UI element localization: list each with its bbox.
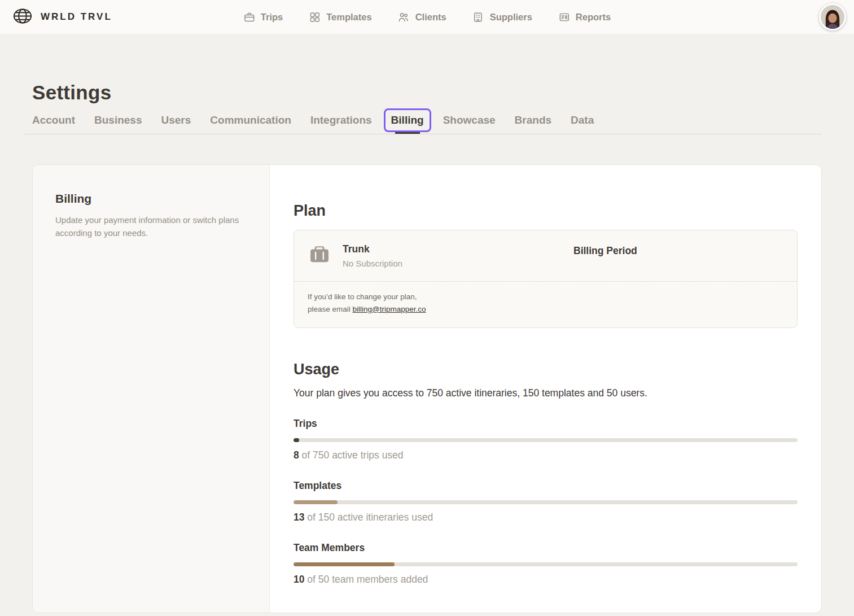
meter-caption-text: of 150 active itineraries used	[307, 512, 433, 523]
building-icon	[472, 11, 484, 23]
nav-label: Trips	[261, 12, 283, 23]
usage-summary: Your plan gives you access to 750 active…	[294, 387, 798, 399]
briefcase-icon	[243, 11, 255, 23]
settings-page: Settings Account Business Users Communic…	[0, 81, 854, 613]
billing-main: Plan Trunk No Subscripti	[270, 165, 821, 613]
nav-item-suppliers[interactable]: Suppliers	[472, 11, 532, 23]
meter-label: Templates	[294, 480, 798, 492]
nav-label: Clients	[415, 12, 446, 23]
meter-caption: 13 of 150 active itineraries used	[294, 512, 798, 523]
trips-progress-fill	[294, 438, 299, 442]
tab-users[interactable]: Users	[154, 108, 198, 132]
change-plan-line2-prefix: please email	[308, 305, 353, 313]
meter-used-count: 13	[294, 512, 304, 523]
templates-progress-fill	[294, 500, 338, 504]
plan-heading: Plan	[294, 202, 798, 220]
tab-integrations[interactable]: Integrations	[303, 108, 379, 132]
user-avatar[interactable]	[819, 3, 846, 30]
grid-icon	[309, 11, 321, 23]
change-plan-note: If you’d like to change your plan, pleas…	[294, 282, 797, 327]
usage-heading: Usage	[294, 361, 798, 378]
aside-title: Billing	[55, 192, 247, 206]
globe-logo-icon	[11, 8, 34, 26]
settings-tab-bar: Account Business Users Communication Int…	[25, 108, 822, 134]
templates-progress-bar	[294, 500, 798, 504]
brand[interactable]: WRLD TRVL	[11, 8, 112, 26]
trips-progress-bar	[294, 438, 798, 442]
team-members-progress-bar	[294, 562, 798, 566]
tab-account[interactable]: Account	[25, 108, 82, 132]
tab-showcase[interactable]: Showcase	[436, 108, 503, 132]
plan-subscription-status: No Subscription	[343, 259, 402, 268]
plan-info: Trunk No Subscription	[308, 243, 573, 269]
nav-item-templates[interactable]: Templates	[309, 11, 371, 23]
nav-item-reports[interactable]: Reports	[558, 11, 611, 23]
top-navigation: WRLD TRVL Trips Templates	[0, 0, 854, 34]
meter-label: Team Members	[294, 542, 798, 554]
tab-business[interactable]: Business	[87, 108, 149, 132]
report-card-icon	[558, 11, 570, 23]
tab-billing[interactable]: Billing	[384, 108, 431, 132]
brand-name: WRLD TRVL	[41, 11, 112, 23]
nav-item-trips[interactable]: Trips	[243, 11, 283, 23]
page-title: Settings	[32, 81, 822, 104]
meter-caption: 8 of 750 active trips used	[294, 449, 798, 461]
meter-caption-text: of 750 active trips used	[302, 449, 404, 461]
billing-period-label: Billing Period	[573, 245, 637, 257]
nav-label: Suppliers	[490, 12, 532, 23]
meter-caption-text: of 50 team members added	[307, 574, 428, 585]
billing-aside: Billing Update your payment information …	[33, 165, 270, 613]
trunk-icon	[308, 243, 331, 269]
nav-label: Templates	[326, 12, 371, 23]
people-icon	[398, 11, 410, 23]
billing-email-link[interactable]: billing@tripmapper.co	[353, 305, 426, 313]
templates-usage-meter: Templates 13 of 150 active itineraries u…	[294, 480, 798, 523]
team-members-usage-meter: Team Members 10 of 50 team members added	[294, 542, 798, 586]
nav-item-clients[interactable]: Clients	[398, 11, 446, 23]
plan-name-block: Trunk No Subscription	[343, 243, 402, 268]
aside-description: Update your payment information or switc…	[55, 213, 244, 240]
billing-settings-card: Billing Update your payment information …	[32, 164, 822, 613]
tab-communication[interactable]: Communication	[203, 108, 299, 132]
main-nav: Trips Templates	[243, 11, 611, 23]
tab-brands[interactable]: Brands	[507, 108, 559, 132]
trips-usage-meter: Trips 8 of 750 active trips used	[294, 418, 798, 461]
plan-name: Trunk	[343, 243, 402, 255]
nav-label: Reports	[576, 12, 611, 23]
meter-caption: 10 of 50 team members added	[294, 574, 798, 586]
plan-summary-row: Trunk No Subscription Billing Period	[294, 230, 797, 281]
meter-used-count: 8	[294, 449, 299, 461]
meter-used-count: 10	[294, 574, 304, 585]
plan-box: Trunk No Subscription Billing Period If …	[294, 230, 798, 328]
meter-label: Trips	[294, 418, 798, 430]
change-plan-line1: If you’d like to change your plan,	[308, 292, 417, 301]
team-members-progress-fill	[294, 562, 395, 566]
tab-data[interactable]: Data	[563, 108, 601, 132]
